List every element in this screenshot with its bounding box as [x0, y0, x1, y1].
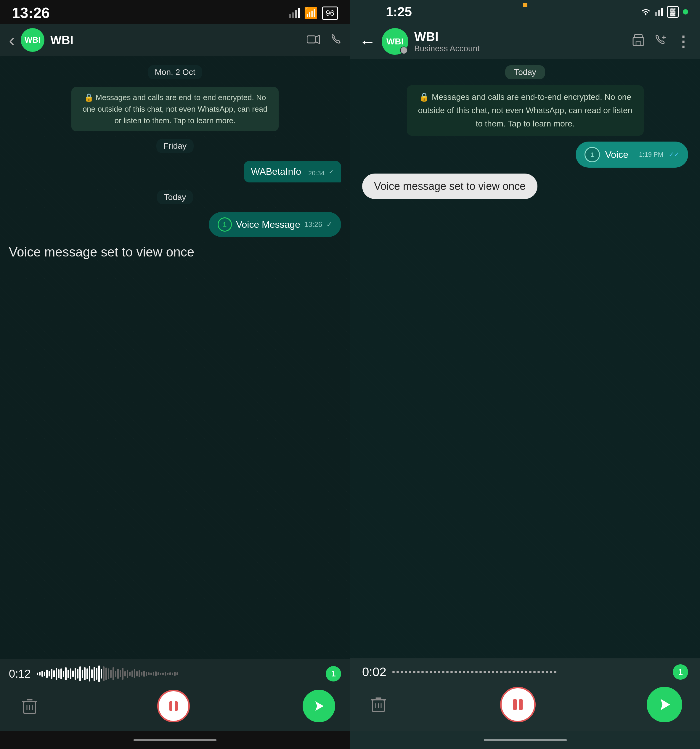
view-once-icon-left [218, 217, 232, 232]
svg-rect-22 [519, 699, 523, 710]
svg-rect-12 [636, 42, 641, 45]
chat-messages-left: Mon, 2 Oct 🔒 Messages and calls are end-… [0, 56, 350, 268]
msg-voice-left[interactable]: Voice Message 13:26 ✓ [209, 212, 341, 237]
svg-marker-10 [315, 701, 324, 711]
send-button-left[interactable] [303, 690, 335, 722]
chat-area-right: Today 🔒 Messages and calls are end-to-en… [350, 59, 700, 658]
right-wifi-icon [640, 6, 651, 18]
view-once-msg-right: Voice message set to view once [362, 174, 538, 199]
home-bar-left [0, 731, 350, 749]
more-icon[interactable]: ⋮ [676, 33, 691, 50]
signal-icon [289, 8, 300, 18]
status-bar-right: 1:25 ▓ [350, 0, 700, 24]
svg-rect-9 [175, 701, 178, 711]
recorder-time-wave-left: 0:12 1 [9, 665, 341, 683]
today-chip-right: Today [505, 65, 545, 79]
pause-button-left[interactable] [157, 690, 190, 722]
green-dot-right [683, 9, 688, 15]
recorder-time-wave-right: 0:02 1 [362, 664, 688, 680]
date-chip-oct: Mon, 2 Oct [148, 65, 203, 79]
back-button[interactable]: ‹ [9, 30, 15, 50]
recorder-time-right: 0:02 [362, 665, 387, 679]
wifi-icon: 📶 [304, 6, 318, 20]
svg-marker-23 [660, 699, 670, 710]
chat-title-right: WBI [414, 30, 626, 44]
right-battery-icon: ▓ [667, 6, 679, 18]
recorder-counter-left: 1 [326, 666, 341, 682]
left-status-icons: 📶 96 [289, 6, 338, 20]
back-button-right[interactable]: ← [359, 32, 376, 51]
right-panel: 1:25 ▓ ← [350, 0, 700, 749]
info-text-left: Voice message set to view once [9, 242, 194, 262]
avatar-right[interactable]: WBI [382, 28, 408, 55]
send-button-right[interactable] [647, 687, 682, 722]
encrypt-notice-left[interactable]: 🔒 Messages and calls are end-to-end encr… [71, 87, 279, 131]
recorder-bar-left: 0:12 1 [0, 659, 350, 731]
left-panel: 13:26 📶 96 ‹ WBI WBI [0, 0, 350, 749]
video-call-icon[interactable] [307, 34, 320, 47]
right-signal-icon [655, 8, 663, 16]
recorder-controls-right [362, 684, 688, 728]
status-bar-left: 13:26 📶 96 [0, 0, 350, 24]
orange-dot [523, 3, 527, 7]
left-time: 13:26 [12, 5, 50, 21]
view-once-badge-right: 1 [584, 147, 600, 162]
svg-rect-8 [170, 701, 172, 711]
recorder-controls-left [9, 687, 341, 728]
store-icon[interactable] [632, 34, 645, 49]
chat-area-left: Mon, 2 Oct 🔒 Messages and calls are end-… [0, 56, 350, 659]
home-bar-right [350, 731, 700, 749]
chat-messages-right: Today 🔒 Messages and calls are end-to-en… [350, 59, 700, 205]
svg-rect-21 [513, 699, 517, 710]
home-indicator-left [133, 739, 217, 741]
chat-name: WBI [50, 34, 301, 47]
delete-button-left[interactable] [15, 691, 44, 721]
recorder-counter-right: 1 [673, 664, 688, 680]
msg-wabetainfo[interactable]: WABetaInfo 20:34 ✓ [244, 161, 341, 182]
nav-icons-right: ⋮ [632, 33, 691, 50]
home-indicator-right [484, 739, 567, 741]
right-status-icons: ▓ [640, 6, 688, 18]
recorder-time-left: 0:12 [9, 668, 32, 680]
nav-bar-left: ‹ WBI WBI [0, 24, 350, 56]
nav-bar-right: ← WBI WBI Business Account [350, 24, 700, 59]
right-time: 1:25 [386, 5, 412, 19]
voice-bubble-right[interactable]: 1 Voice 1:19 PM ✓✓ [576, 142, 688, 168]
chat-subtitle-right: Business Account [414, 44, 626, 53]
battery-icon: 96 [322, 6, 338, 20]
date-chip-today-left: Today [157, 190, 193, 204]
svg-marker-1 [316, 35, 319, 44]
recorder-bar-right: 0:02 1 [350, 658, 700, 731]
waveform-left [37, 665, 322, 683]
delete-button-right[interactable] [368, 694, 389, 715]
svg-rect-0 [307, 36, 315, 43]
encrypt-notice-right[interactable]: 🔒 Messages and calls are end-to-end encr… [407, 85, 644, 136]
phone-icon[interactable] [330, 34, 341, 47]
chat-info-right: WBI Business Account [414, 30, 626, 53]
date-chip-friday: Friday [156, 139, 194, 153]
add-call-icon[interactable] [654, 34, 667, 49]
avatar[interactable]: WBI [21, 28, 44, 52]
recorder-dots-right [392, 671, 667, 673]
pause-button-right[interactable] [500, 687, 536, 722]
nav-icons-left [307, 34, 341, 47]
